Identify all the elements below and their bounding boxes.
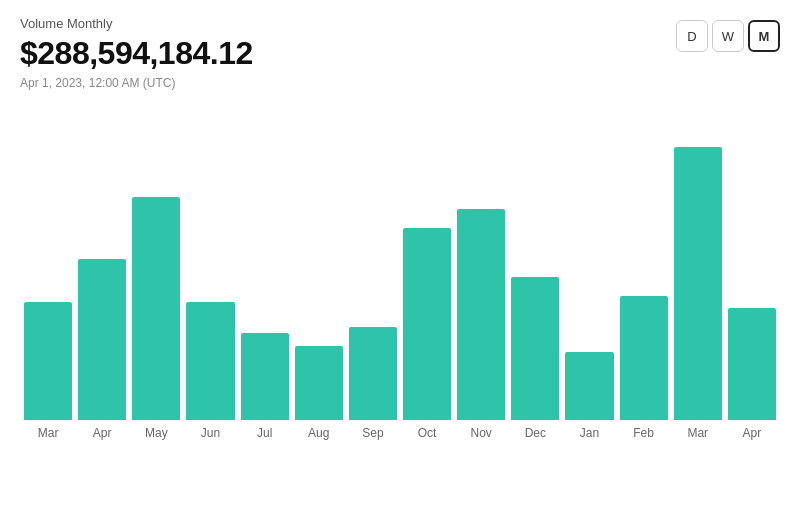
bar-col-Aug-5 (295, 346, 343, 420)
x-label-Dec-9: Dec (511, 426, 559, 440)
bar-Mar-0 (24, 302, 72, 420)
bar-col-Jul-4 (241, 333, 289, 420)
chart-value: $288,594,184.12 (20, 35, 253, 72)
btn-month[interactable]: M (748, 20, 780, 52)
x-labels: MarAprMayJunJulAugSepOctNovDecJanFebMarA… (20, 420, 780, 440)
bar-col-Sep-6 (349, 327, 397, 420)
x-label-Mar-12: Mar (674, 426, 722, 440)
bar-col-Mar-12 (674, 147, 722, 420)
x-label-Apr-1: Apr (78, 426, 126, 440)
bar-Mar-12 (674, 147, 722, 420)
bar-col-May-2 (132, 197, 180, 420)
bar-col-Jun-3 (186, 302, 234, 420)
x-label-Aug-5: Aug (295, 426, 343, 440)
x-label-Nov-8: Nov (457, 426, 505, 440)
bar-Jan-10 (565, 352, 613, 420)
bar-Dec-9 (511, 277, 559, 420)
bar-Sep-6 (349, 327, 397, 420)
x-label-May-2: May (132, 426, 180, 440)
bar-col-Nov-8 (457, 209, 505, 420)
bar-col-Oct-7 (403, 228, 451, 420)
btn-day[interactable]: D (676, 20, 708, 52)
bar-Jun-3 (186, 302, 234, 420)
bar-col-Apr-1 (78, 259, 126, 420)
x-label-Mar-0: Mar (24, 426, 72, 440)
bar-Apr-13 (728, 308, 776, 420)
bars-container (20, 110, 780, 420)
bar-Oct-7 (403, 228, 451, 420)
bar-col-Jan-10 (565, 352, 613, 420)
bar-Apr-1 (78, 259, 126, 420)
bar-Jul-4 (241, 333, 289, 420)
x-label-Jul-4: Jul (241, 426, 289, 440)
bar-Aug-5 (295, 346, 343, 420)
x-label-Feb-11: Feb (620, 426, 668, 440)
bar-col-Mar-0 (24, 302, 72, 420)
bar-May-2 (132, 197, 180, 420)
chart-timestamp: Apr 1, 2023, 12:00 AM (UTC) (20, 76, 253, 90)
timeframe-buttons: D W M (676, 20, 780, 52)
bar-col-Feb-11 (620, 296, 668, 420)
x-label-Sep-6: Sep (349, 426, 397, 440)
chart-title: Volume Monthly (20, 16, 253, 31)
bar-col-Apr-13 (728, 308, 776, 420)
x-label-Jan-10: Jan (565, 426, 613, 440)
btn-week[interactable]: W (712, 20, 744, 52)
header-left: Volume Monthly $288,594,184.12 Apr 1, 20… (20, 16, 253, 90)
bar-Feb-11 (620, 296, 668, 420)
bar-Nov-8 (457, 209, 505, 420)
bar-col-Dec-9 (511, 277, 559, 420)
x-label-Oct-7: Oct (403, 426, 451, 440)
x-label-Apr-13: Apr (728, 426, 776, 440)
x-label-Jun-3: Jun (186, 426, 234, 440)
chart-area: MarAprMayJunJulAugSepOctNovDecJanFebMarA… (20, 110, 780, 460)
